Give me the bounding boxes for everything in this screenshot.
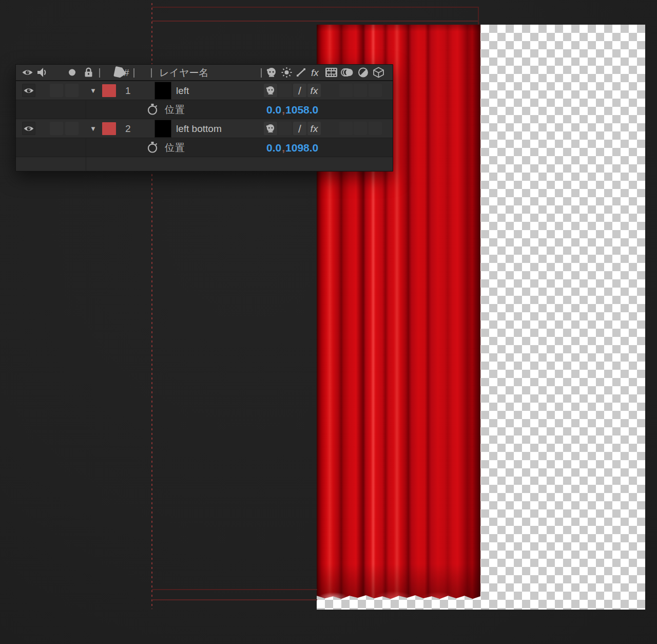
layer1-position-label[interactable]: 位置 bbox=[165, 100, 185, 119]
lock-column-icon bbox=[83, 67, 94, 78]
layer1-thumbnail[interactable] bbox=[154, 82, 171, 100]
adjustment-layer-column-icon bbox=[358, 67, 369, 78]
layer2-motion-blur-switch[interactable] bbox=[354, 122, 367, 135]
layer1-shy-switch[interactable] bbox=[264, 84, 277, 97]
layer1-motion-blur-switch[interactable] bbox=[354, 84, 367, 97]
video-eye-column-icon bbox=[22, 68, 33, 77]
layer1-visibility-eye-toggle[interactable] bbox=[22, 84, 35, 97]
layer2-quality-switch[interactable]: / bbox=[293, 122, 306, 135]
layer-row-left[interactable]: ▼ 1 left / fx bbox=[16, 81, 393, 100]
layer2-effects-switch[interactable]: fx bbox=[307, 122, 321, 135]
layer2-number: 2 bbox=[125, 119, 131, 138]
header-separator bbox=[99, 68, 100, 78]
layer1-collapse-switch[interactable] bbox=[278, 84, 292, 97]
layer2-position-x[interactable]: 0.0 bbox=[266, 142, 281, 154]
header-separator bbox=[133, 68, 134, 78]
timeline-empty-row bbox=[16, 157, 393, 171]
layer2-bounds-bottom-edge bbox=[152, 599, 317, 600]
motion-blur-column-icon bbox=[341, 67, 354, 78]
layer1-audio-toggle[interactable] bbox=[50, 84, 63, 97]
layer2-solo-toggle[interactable] bbox=[65, 122, 79, 135]
header-separator bbox=[261, 68, 262, 78]
layer1-position-property-row: 位置 0.0,1058.0 bbox=[16, 100, 393, 119]
value-comma: , bbox=[281, 104, 285, 116]
column-divider bbox=[86, 138, 86, 157]
layer1-label-color-swatch[interactable] bbox=[102, 84, 116, 97]
layer1-bounds-bottom-edge bbox=[152, 589, 317, 590]
layer-name-column-header: レイヤー名 bbox=[159, 65, 208, 81]
audio-speaker-column-icon bbox=[37, 67, 47, 78]
shy-column-icon bbox=[266, 67, 277, 78]
after-effects-viewport: # レイヤー名 fx bbox=[0, 0, 657, 644]
layer1-position-x[interactable]: 0.0 bbox=[266, 104, 281, 116]
layer2-position-stopwatch-icon[interactable] bbox=[147, 141, 159, 154]
layer2-name[interactable]: left bottom bbox=[176, 119, 222, 138]
layer2-shy-switch[interactable] bbox=[264, 122, 277, 135]
layer2-label-color-swatch[interactable] bbox=[102, 122, 116, 135]
layer2-audio-toggle[interactable] bbox=[50, 122, 63, 135]
layer2-position-property-row: 位置 0.0,1098.0 bbox=[16, 138, 393, 157]
layer2-expander[interactable]: ▼ bbox=[90, 119, 96, 138]
layer1-solo-toggle[interactable] bbox=[65, 84, 79, 97]
effects-fx-column-icon: fx bbox=[311, 68, 319, 78]
layer2-position-y[interactable]: 1098.0 bbox=[285, 142, 318, 154]
layer1-quality-switch[interactable]: / bbox=[293, 84, 306, 97]
collapse-transformations-sun-icon bbox=[281, 67, 292, 78]
timeline-layer-panel: # レイヤー名 fx bbox=[15, 64, 393, 172]
layer2-bounds-top-edge bbox=[152, 21, 478, 22]
layer1-number: 1 bbox=[125, 81, 131, 100]
layer-row-left-bottom[interactable]: ▼ 2 left bottom / fx bbox=[16, 119, 393, 138]
layer1-position-y[interactable]: 1058.0 bbox=[285, 104, 318, 116]
layer2-3d-switch[interactable] bbox=[369, 122, 382, 135]
layer2-thumbnail[interactable] bbox=[154, 120, 171, 138]
layer2-visibility-eye-toggle[interactable] bbox=[22, 122, 35, 135]
layer1-expander[interactable]: ▼ bbox=[90, 81, 96, 100]
layer1-frame-blend-switch[interactable] bbox=[339, 84, 353, 97]
column-divider bbox=[86, 100, 86, 119]
layer1-effects-switch[interactable]: fx bbox=[307, 84, 321, 97]
layer2-collapse-switch[interactable] bbox=[278, 122, 292, 135]
header-separator bbox=[151, 68, 152, 78]
layer1-position-value[interactable]: 0.0,1058.0 bbox=[266, 100, 318, 119]
layer1-name[interactable]: left bbox=[176, 81, 189, 100]
layer2-position-value[interactable]: 0.0,1098.0 bbox=[266, 138, 318, 157]
layer-number-column-header: # bbox=[124, 65, 129, 81]
3d-layer-cube-column-icon bbox=[373, 67, 384, 78]
layer1-3d-switch[interactable] bbox=[369, 84, 382, 97]
layer-bounds-right-edge bbox=[478, 7, 479, 25]
timeline-header-row: # レイヤー名 fx bbox=[16, 65, 393, 81]
frame-blend-film-column-icon bbox=[325, 67, 338, 78]
layer2-frame-blend-switch[interactable] bbox=[339, 122, 353, 135]
value-comma: , bbox=[281, 142, 285, 154]
layer1-position-stopwatch-icon[interactable] bbox=[147, 103, 159, 116]
quality-sampling-column-icon bbox=[296, 68, 306, 77]
column-divider bbox=[86, 157, 86, 171]
layer2-position-label[interactable]: 位置 bbox=[165, 138, 185, 157]
solo-column-icon bbox=[68, 69, 76, 77]
layer1-bounds-top-edge bbox=[152, 7, 479, 8]
